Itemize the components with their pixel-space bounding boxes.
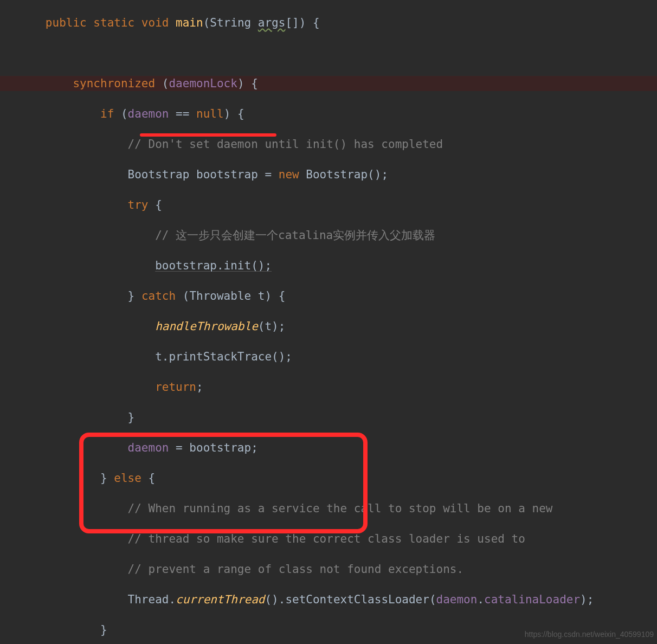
code-line: } <box>0 410 657 425</box>
code-line <box>0 46 657 61</box>
code-line: synchronized (daemonLock) { <box>0 76 657 91</box>
code-line: } catch (Throwable t) { <box>0 288 657 304</box>
code-line: bootstrap.init(); <box>0 258 657 273</box>
code-line: // 这一步只会创建一个catalina实例并传入父加载器 <box>0 228 657 243</box>
code-line: try { <box>0 197 657 212</box>
code-line: // thread so make sure the correct class… <box>0 531 657 546</box>
code-line: Bootstrap bootstrap = new Bootstrap(); <box>0 167 657 182</box>
code-line: Thread.currentThread().setContextClassLo… <box>0 592 657 607</box>
code-line: if (daemon == null) { <box>0 106 657 121</box>
code-line: t.printStackTrace(); <box>0 349 657 364</box>
red-box-annotation <box>79 433 368 533</box>
code-line: // Don't set daemon until init() has com… <box>0 137 657 152</box>
code-line: handleThrowable(t); <box>0 319 657 334</box>
code-editor[interactable]: public static void main(String args[]) {… <box>0 0 657 644</box>
red-underline-annotation <box>140 133 276 137</box>
watermark: https://blog.csdn.net/weixin_40599109 <box>525 627 654 642</box>
code-line: return; <box>0 379 657 395</box>
code-line: // prevent a range of class not found ex… <box>0 562 657 577</box>
code-line: public static void main(String args[]) { <box>0 15 657 30</box>
